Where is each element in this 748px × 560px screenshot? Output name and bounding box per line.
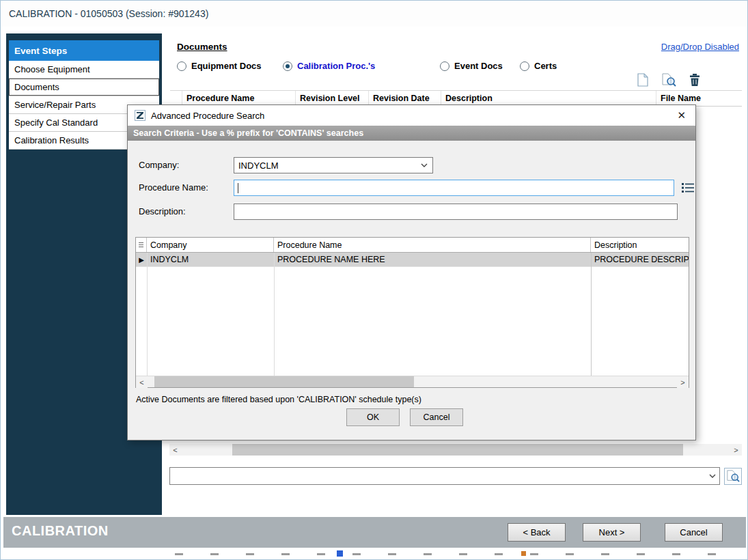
filter-note: Active Documents are filtered based upon… <box>136 395 421 404</box>
artifact-mark <box>337 550 343 557</box>
scrollbar-track[interactable] <box>148 376 677 387</box>
radio-icon <box>440 61 449 71</box>
text-caret <box>238 183 238 193</box>
footer-title: CALIBRATION <box>12 523 109 539</box>
scrollbar-track[interactable] <box>181 444 730 456</box>
back-button[interactable]: < Back <box>508 523 566 542</box>
radio-certs[interactable]: Certs <box>520 61 557 71</box>
grid-column-procedure-name[interactable]: Procedure Name <box>274 238 591 252</box>
new-document-button[interactable] <box>635 72 651 88</box>
grid-corner-icon <box>138 242 144 249</box>
description-input[interactable] <box>234 204 677 219</box>
sidebar-item-documents[interactable]: Documents <box>9 79 159 96</box>
document-search-combobox[interactable] <box>169 467 720 485</box>
next-button[interactable]: Next > <box>583 523 641 542</box>
procedure-name-input[interactable] <box>234 180 674 195</box>
documents-horizontal-scrollbar[interactable]: < > <box>169 444 742 456</box>
dialog-title: Advanced Procedure Search <box>151 111 264 121</box>
search-criteria-header: Search Criteria - Use a % prefix for 'CO… <box>128 126 695 141</box>
grid-column-company[interactable]: Company <box>147 238 274 252</box>
grid-row[interactable]: ▶ INDYCLM PROCEDURE NAME HERE PROCEDURE … <box>136 253 689 267</box>
scroll-left-button[interactable]: < <box>169 444 181 456</box>
radio-calibration-procs[interactable]: Calibration Proc.'s <box>283 61 375 71</box>
column-header-description[interactable]: Description <box>441 91 656 106</box>
scroll-left-button[interactable]: < <box>136 376 148 388</box>
documents-heading: Documents <box>177 42 227 52</box>
search-icon <box>726 470 740 483</box>
cell-procedure-name: PROCEDURE NAME HERE <box>274 253 591 266</box>
scroll-right-button[interactable]: > <box>730 444 742 456</box>
event-steps-header: Event Steps <box>9 40 159 61</box>
procedure-lookup-button[interactable] <box>680 180 695 195</box>
grid-body: ▶ INDYCLM PROCEDURE NAME HERE PROCEDURE … <box>136 253 689 376</box>
description-field[interactable] <box>234 204 678 220</box>
grid-horizontal-scrollbar[interactable]: < > <box>136 376 689 387</box>
artifact-mark <box>521 551 526 556</box>
cell-description: PROCEDURE DESCRIPTION <box>591 253 689 266</box>
radio-label: Calibration Proc.'s <box>297 61 375 71</box>
scrollbar-thumb[interactable] <box>154 376 414 387</box>
scrollbar-thumb[interactable] <box>232 444 683 456</box>
results-grid: Company Procedure Name Description ▶ IND… <box>135 237 689 388</box>
dropdown-chevron-icon <box>417 163 431 167</box>
screen-artifact-strip <box>1 548 748 560</box>
document-search-input[interactable] <box>170 468 706 484</box>
column-header-procedure-name[interactable]: Procedure Name <box>182 91 296 106</box>
grid-column-description[interactable]: Description <box>591 238 689 252</box>
artifact-dashes <box>175 553 742 555</box>
footer-cancel-button[interactable]: Cancel <box>665 523 723 542</box>
radio-icon <box>520 61 529 71</box>
radio-label: Certs <box>534 61 557 71</box>
document-search-button[interactable] <box>724 468 742 485</box>
dialog-titlebar[interactable]: Advanced Procedure Search ✕ <box>128 105 695 126</box>
documents-toolbar <box>635 72 703 88</box>
dropdown-chevron-icon[interactable] <box>706 474 719 478</box>
grid-corner-cell <box>136 238 147 252</box>
scroll-right-button[interactable]: > <box>677 376 689 388</box>
row-selector-header <box>170 91 182 106</box>
company-select[interactable]: INDYCLM <box>234 157 433 173</box>
delete-document-button[interactable] <box>687 72 703 88</box>
dialog-close-button[interactable]: ✕ <box>674 109 689 122</box>
procedure-name-label: Procedure Name: <box>139 182 208 193</box>
trash-icon <box>689 73 700 87</box>
radio-equipment-docs[interactable]: Equipment Docs <box>177 61 262 71</box>
sidebar-item-choose-equipment[interactable]: Choose Equipment <box>9 61 159 79</box>
dialog-cancel-button[interactable]: Cancel <box>410 408 463 426</box>
app-logo-icon <box>135 110 146 121</box>
preview-document-button[interactable] <box>661 72 677 88</box>
company-value: INDYCLM <box>234 158 432 173</box>
grid-header-row: Company Procedure Name Description <box>136 238 689 253</box>
app-window: CALIBRATION - 01050503 (Session: #901243… <box>0 0 748 560</box>
procedure-name-field[interactable] <box>234 180 674 196</box>
radio-icon <box>177 61 186 71</box>
row-selector-cell: ▶ <box>136 253 147 266</box>
window-title: CALIBRATION - 01050503 (Session: #901243… <box>9 8 208 19</box>
radio-label: Event Docs <box>454 61 503 71</box>
advanced-procedure-search-dialog: Advanced Procedure Search ✕ Search Crite… <box>127 104 696 440</box>
ok-button[interactable]: OK <box>346 408 400 426</box>
radio-label: Equipment Docs <box>191 61 262 71</box>
column-header-file-name[interactable]: File Name <box>656 91 742 106</box>
dragdrop-link[interactable]: Drag/Drop Disabled <box>661 42 739 52</box>
cell-company: INDYCLM <box>147 253 274 266</box>
radio-event-docs[interactable]: Event Docs <box>440 61 503 71</box>
list-detail-icon <box>681 182 695 193</box>
column-header-revision-date[interactable]: Revision Date <box>369 91 441 106</box>
window-titlebar: CALIBRATION - 01050503 (Session: #901243… <box>1 1 747 27</box>
column-header-revision-level[interactable]: Revision Level <box>296 91 369 106</box>
radio-icon <box>283 61 292 71</box>
new-document-icon <box>637 73 649 87</box>
description-label: Description: <box>139 206 186 216</box>
preview-document-icon <box>661 73 676 87</box>
company-label: Company: <box>139 160 179 170</box>
